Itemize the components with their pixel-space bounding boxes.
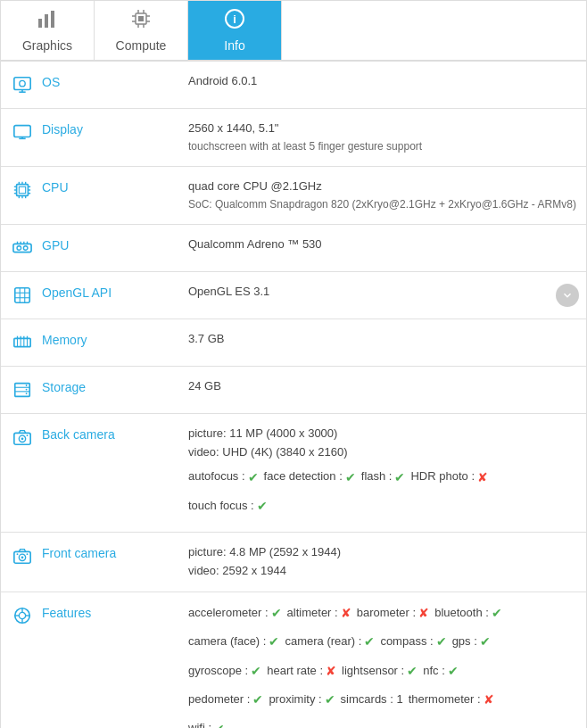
features-icon [10, 603, 35, 628]
feature-thermometer: thermometer : ✘ [409, 690, 494, 709]
feature-camera-rear: camera (rear) : ✔ [285, 632, 375, 651]
cpu-label: CPU [42, 178, 69, 194]
row-features: Features accelerometer : ✔ altimeter : ✘… [1, 592, 586, 728]
back-camera-features-row1: autofocus : ✔ face detection : ✔ flash :… [188, 467, 577, 487]
main-container: Graphics Compute [0, 0, 587, 728]
display-label: Display [42, 120, 83, 136]
info-icon: i [224, 8, 245, 35]
feature-wifi: wifi : ✔ [188, 719, 225, 729]
gpu-label: GPU [42, 236, 69, 252]
feature-face-detection: face detection : ✔ [264, 467, 356, 487]
svg-rect-4 [138, 16, 144, 21]
svg-point-37 [17, 246, 21, 251]
svg-rect-36 [13, 244, 31, 252]
storage-value: 24 GB [188, 379, 221, 393]
svg-point-69 [21, 557, 24, 559]
feature-compass: compass : ✔ [380, 632, 446, 651]
tab-info-label: Info [224, 38, 244, 53]
features-group-5: wifi : ✔ [188, 719, 577, 729]
display-value-main: 2560 x 1440, 5.1" [188, 120, 577, 138]
chip-icon [130, 8, 152, 35]
feature-simcards: simcards : 1 [341, 691, 403, 709]
feature-proximity: proximity : ✔ [269, 690, 335, 709]
opengl-value: OpenGL ES 3.1 [188, 285, 269, 298]
feature-altimeter: altimeter : ✘ [287, 603, 351, 623]
svg-point-71 [17, 554, 19, 556]
front-camera-label: Front camera [42, 543, 116, 560]
storage-icon [10, 377, 35, 402]
svg-point-16 [20, 80, 25, 86]
feature-flash: flash : ✔ [361, 467, 406, 487]
features-group-4: pedometer : ✔ proximity : ✔ simcards : 1… [188, 690, 577, 709]
tab-graphics[interactable]: Graphics [1, 1, 95, 60]
tab-compute-label: Compute [116, 38, 167, 53]
feature-barometer: barometer : ✘ [357, 603, 429, 623]
row-opengl: OpenGL API OpenGL ES 3.1 [1, 271, 586, 318]
row-storage: Storage 24 GB [1, 366, 586, 413]
feature-hdr: HDR photo : ✘ [410, 467, 488, 487]
svg-point-38 [23, 246, 28, 251]
svg-rect-0 [38, 19, 42, 28]
svg-point-73 [19, 612, 25, 618]
front-camera-value-main2: video: 2592 x 1944 [188, 562, 577, 581]
feature-pedometer: pedometer : ✔ [188, 690, 263, 709]
feature-camera-face: camera (face) : ✔ [188, 632, 279, 651]
back-camera-icon [10, 425, 35, 450]
row-back-camera: Back camera picture: 11 MP (4000 x 3000)… [1, 413, 586, 532]
svg-rect-1 [45, 14, 48, 28]
front-camera-value-main: picture: 4.8 MP (2592 x 1944) [188, 543, 577, 562]
features-group-3: gyroscope : ✔ heart rate : ✘ lightsensor… [188, 661, 577, 681]
feature-gyroscope: gyroscope : ✔ [188, 661, 261, 681]
front-camera-icon [10, 543, 35, 568]
svg-rect-48 [14, 338, 30, 346]
cpu-value-sub: SoC: Qualcomm Snapdragon 820 (2xKryo@2.1… [188, 196, 577, 213]
feature-lightsensor: lightsensor : ✔ [342, 661, 418, 681]
back-camera-label: Back camera [42, 425, 115, 442]
os-label: OS [42, 72, 60, 89]
feature-nfc: nfc : ✔ [423, 661, 459, 681]
row-cpu: CPU quad core CPU @2.1GHz SoC: Qualcomm … [1, 166, 586, 224]
feature-autofocus: autofocus : ✔ [188, 467, 259, 487]
features-group-2: camera (face) : ✔ camera (rear) : ✔ comp… [188, 632, 577, 651]
row-gpu: GPU Qualcomm Adreno ™ 530 [1, 224, 586, 271]
memory-value: 3.7 GB [188, 332, 224, 345]
memory-label: Memory [42, 330, 87, 347]
feature-heart-rate: heart rate : ✘ [267, 661, 336, 681]
display-value-sub: touchscreen with at least 5 finger gestu… [188, 138, 577, 155]
svg-text:i: i [233, 12, 236, 26]
svg-rect-57 [15, 384, 30, 397]
svg-point-65 [21, 437, 24, 440]
svg-point-60 [26, 385, 28, 386]
os-value: Android 6.0.1 [188, 74, 257, 87]
svg-point-61 [26, 389, 28, 391]
tab-bar: Graphics Compute [1, 1, 586, 62]
svg-rect-15 [14, 78, 30, 90]
opengl-icon [10, 283, 35, 308]
storage-label: Storage [42, 377, 86, 394]
gpu-value: Qualcomm Adreno ™ 530 [188, 237, 322, 251]
display-icon [10, 120, 35, 145]
row-os: OS Android 6.0.1 [1, 62, 586, 109]
back-camera-value-main2: video: UHD (4K) (3840 x 2160) [188, 443, 577, 462]
tab-graphics-label: Graphics [22, 38, 72, 53]
row-display: Display 2560 x 1440, 5.1" touchscreen wi… [1, 109, 586, 167]
features-group-1: accelerometer : ✔ altimeter : ✘ baromete… [188, 603, 577, 623]
row-memory: Memory 3.7 GB [1, 318, 586, 366]
back-camera-value-main: picture: 11 MP (4000 x 3000) [188, 425, 577, 443]
memory-icon [10, 330, 35, 355]
svg-point-70 [27, 554, 29, 556]
tab-info[interactable]: i Info [188, 1, 282, 60]
opengl-label: OpenGL API [42, 283, 112, 300]
row-front-camera: Front camera picture: 4.8 MP (2592 x 194… [1, 533, 586, 592]
feature-touch-focus: touch focus : ✔ [188, 496, 268, 516]
gpu-icon [10, 236, 35, 261]
tab-compute[interactable]: Compute [95, 1, 188, 60]
feature-bluetooth: bluetooth : ✔ [434, 603, 502, 623]
info-table: OS Android 6.0.1 Display [1, 62, 586, 728]
opengl-expand-button[interactable] [556, 284, 579, 307]
os-icon [10, 72, 35, 97]
cpu-value-main: quad core CPU @2.1GHz [188, 178, 577, 196]
svg-rect-2 [51, 11, 54, 28]
feature-gps: gps : ✔ [452, 632, 491, 651]
svg-rect-19 [14, 126, 30, 137]
